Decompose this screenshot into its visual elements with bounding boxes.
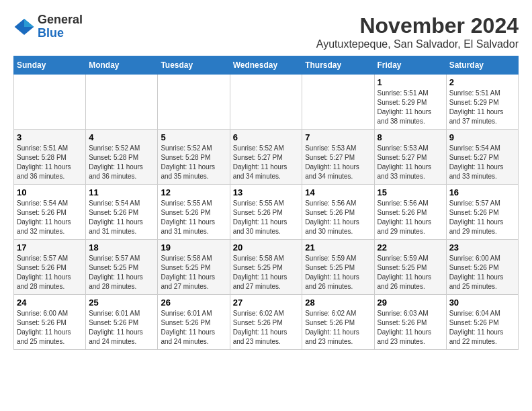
day-number: 8 (378, 132, 443, 142)
calendar-cell: 17Sunrise: 5:57 AM Sunset: 5:26 PM Dayli… (14, 240, 86, 295)
day-number: 2 (449, 77, 515, 87)
weekday-header-row: SundayMondayTuesdayWednesdayThursdayFrid… (14, 56, 519, 75)
weekday-header: Wednesday (230, 56, 302, 75)
calendar-cell: 21Sunrise: 5:59 AM Sunset: 5:25 PM Dayli… (302, 240, 374, 295)
day-info: Sunrise: 5:57 AM Sunset: 5:26 PM Dayligh… (17, 254, 83, 291)
day-info: Sunrise: 5:52 AM Sunset: 5:28 PM Dayligh… (89, 144, 154, 181)
weekday-header: Saturday (446, 56, 518, 75)
day-number: 21 (305, 242, 371, 253)
day-number: 14 (305, 187, 371, 197)
day-number: 24 (17, 298, 83, 308)
day-info: Sunrise: 5:55 AM Sunset: 5:26 PM Dayligh… (161, 199, 226, 236)
day-info: Sunrise: 5:52 AM Sunset: 5:27 PM Dayligh… (233, 144, 300, 181)
header: General Blue November 2024 Ayutuxtepeque… (13, 13, 519, 50)
day-number: 18 (89, 242, 154, 253)
day-number: 6 (233, 132, 300, 142)
calendar-cell: 27Sunrise: 6:02 AM Sunset: 5:26 PM Dayli… (230, 295, 302, 350)
calendar-cell: 2Sunrise: 5:51 AM Sunset: 5:29 PM Daylig… (446, 75, 518, 130)
day-info: Sunrise: 6:00 AM Sunset: 5:26 PM Dayligh… (17, 309, 83, 347)
calendar-cell: 14Sunrise: 5:56 AM Sunset: 5:26 PM Dayli… (302, 185, 374, 240)
title-section: November 2024 Ayutuxtepeque, San Salvado… (316, 13, 519, 50)
day-info: Sunrise: 5:56 AM Sunset: 5:26 PM Dayligh… (305, 199, 371, 236)
weekday-header: Monday (86, 56, 158, 75)
calendar-cell: 29Sunrise: 6:03 AM Sunset: 5:26 PM Dayli… (374, 295, 446, 350)
calendar-cell: 15Sunrise: 5:56 AM Sunset: 5:26 PM Dayli… (374, 185, 446, 240)
day-number: 17 (17, 242, 83, 253)
day-info: Sunrise: 5:54 AM Sunset: 5:26 PM Dayligh… (89, 199, 154, 236)
day-number: 11 (89, 187, 154, 197)
calendar-cell (158, 75, 230, 130)
day-number: 15 (378, 187, 443, 197)
day-number: 4 (89, 132, 154, 142)
day-number: 30 (449, 298, 515, 308)
calendar-cell: 10Sunrise: 5:54 AM Sunset: 5:26 PM Dayli… (14, 185, 86, 240)
weekday-header: Friday (374, 56, 446, 75)
day-number: 10 (17, 187, 83, 197)
day-info: Sunrise: 5:59 AM Sunset: 5:25 PM Dayligh… (305, 254, 371, 291)
day-info: Sunrise: 5:55 AM Sunset: 5:26 PM Dayligh… (233, 199, 300, 236)
day-info: Sunrise: 5:52 AM Sunset: 5:28 PM Dayligh… (161, 144, 226, 181)
day-number: 3 (17, 132, 83, 142)
day-number: 29 (378, 298, 443, 308)
day-number: 9 (449, 132, 515, 142)
location-title: Ayutuxtepeque, San Salvador, El Salvador (316, 38, 519, 50)
calendar-cell: 8Sunrise: 5:53 AM Sunset: 5:27 PM Daylig… (374, 130, 446, 185)
calendar-week-row: 10Sunrise: 5:54 AM Sunset: 5:26 PM Dayli… (14, 185, 519, 240)
calendar-week-row: 1Sunrise: 5:51 AM Sunset: 5:29 PM Daylig… (14, 75, 519, 130)
day-number: 27 (233, 298, 300, 308)
calendar-cell (230, 75, 302, 130)
day-info: Sunrise: 6:03 AM Sunset: 5:26 PM Dayligh… (378, 309, 443, 347)
day-number: 12 (161, 187, 226, 197)
day-info: Sunrise: 5:51 AM Sunset: 5:29 PM Dayligh… (378, 89, 443, 126)
calendar-cell: 16Sunrise: 5:57 AM Sunset: 5:26 PM Dayli… (446, 185, 518, 240)
day-info: Sunrise: 6:00 AM Sunset: 5:26 PM Dayligh… (449, 254, 515, 291)
calendar-cell: 6Sunrise: 5:52 AM Sunset: 5:27 PM Daylig… (230, 130, 302, 185)
day-info: Sunrise: 5:56 AM Sunset: 5:26 PM Dayligh… (378, 199, 443, 236)
day-number: 7 (305, 132, 371, 142)
calendar-cell: 30Sunrise: 6:04 AM Sunset: 5:26 PM Dayli… (446, 295, 518, 350)
day-info: Sunrise: 5:57 AM Sunset: 5:25 PM Dayligh… (89, 254, 154, 291)
calendar-cell (14, 75, 86, 130)
calendar-cell: 4Sunrise: 5:52 AM Sunset: 5:28 PM Daylig… (86, 130, 158, 185)
svg-marker-1 (24, 19, 34, 27)
weekday-header: Tuesday (158, 56, 230, 75)
day-info: Sunrise: 6:01 AM Sunset: 5:26 PM Dayligh… (89, 309, 154, 347)
calendar-cell: 26Sunrise: 6:01 AM Sunset: 5:26 PM Dayli… (158, 295, 230, 350)
calendar-cell: 22Sunrise: 5:59 AM Sunset: 5:25 PM Dayli… (374, 240, 446, 295)
day-number: 22 (378, 242, 443, 253)
day-info: Sunrise: 6:04 AM Sunset: 5:26 PM Dayligh… (449, 309, 515, 347)
day-info: Sunrise: 6:02 AM Sunset: 5:26 PM Dayligh… (233, 309, 300, 347)
logo-general: General (38, 13, 83, 26)
calendar-cell: 12Sunrise: 5:55 AM Sunset: 5:26 PM Dayli… (158, 185, 230, 240)
calendar-cell: 11Sunrise: 5:54 AM Sunset: 5:26 PM Dayli… (86, 185, 158, 240)
day-info: Sunrise: 6:01 AM Sunset: 5:26 PM Dayligh… (161, 309, 226, 347)
day-number: 16 (449, 187, 515, 197)
day-info: Sunrise: 5:53 AM Sunset: 5:27 PM Dayligh… (305, 144, 371, 181)
day-number: 26 (161, 298, 226, 308)
day-number: 5 (161, 132, 226, 142)
calendar-cell: 13Sunrise: 5:55 AM Sunset: 5:26 PM Dayli… (230, 185, 302, 240)
day-number: 13 (233, 187, 300, 197)
weekday-header: Thursday (302, 56, 374, 75)
calendar-week-row: 17Sunrise: 5:57 AM Sunset: 5:26 PM Dayli… (14, 240, 519, 295)
day-info: Sunrise: 5:58 AM Sunset: 5:25 PM Dayligh… (233, 254, 300, 291)
calendar-cell: 20Sunrise: 5:58 AM Sunset: 5:25 PM Dayli… (230, 240, 302, 295)
day-info: Sunrise: 5:54 AM Sunset: 5:27 PM Dayligh… (449, 144, 515, 181)
logo-icon (13, 16, 35, 38)
calendar-cell: 9Sunrise: 5:54 AM Sunset: 5:27 PM Daylig… (446, 130, 518, 185)
day-info: Sunrise: 6:02 AM Sunset: 5:26 PM Dayligh… (305, 309, 371, 347)
calendar-cell: 23Sunrise: 6:00 AM Sunset: 5:26 PM Dayli… (446, 240, 518, 295)
logo-text: General Blue (38, 13, 83, 40)
calendar-cell: 25Sunrise: 6:01 AM Sunset: 5:26 PM Dayli… (86, 295, 158, 350)
logo: General Blue (13, 13, 83, 40)
day-info: Sunrise: 5:58 AM Sunset: 5:25 PM Dayligh… (161, 254, 226, 291)
day-info: Sunrise: 5:57 AM Sunset: 5:26 PM Dayligh… (449, 199, 515, 236)
month-title: November 2024 (316, 13, 519, 38)
calendar-cell: 1Sunrise: 5:51 AM Sunset: 5:29 PM Daylig… (374, 75, 446, 130)
calendar-table: SundayMondayTuesdayWednesdayThursdayFrid… (13, 56, 519, 350)
calendar-cell (302, 75, 374, 130)
day-number: 20 (233, 242, 300, 253)
day-number: 23 (449, 242, 515, 253)
calendar-week-row: 24Sunrise: 6:00 AM Sunset: 5:26 PM Dayli… (14, 295, 519, 350)
calendar-cell: 24Sunrise: 6:00 AM Sunset: 5:26 PM Dayli… (14, 295, 86, 350)
